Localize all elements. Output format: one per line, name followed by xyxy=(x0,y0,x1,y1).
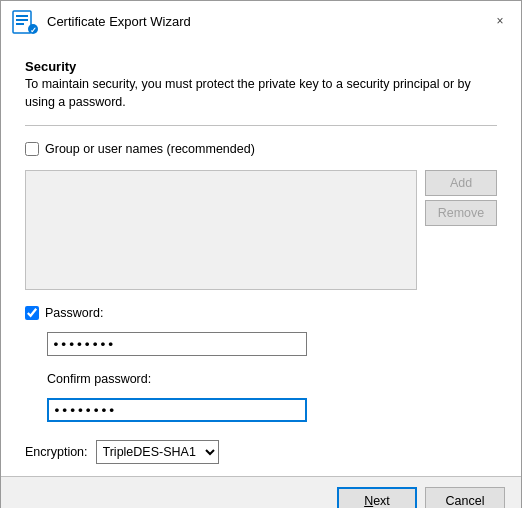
close-button[interactable]: × xyxy=(487,8,513,34)
group-checkbox-row: Group or user names (recommended) xyxy=(25,142,497,156)
security-section: Security To maintain security, you must … xyxy=(25,59,497,111)
wizard-icon-svg: ✓ xyxy=(11,7,39,35)
main-content: Security To maintain security, you must … xyxy=(1,41,521,476)
title-bar: ✓ Certificate Export Wizard × xyxy=(1,1,521,41)
group-checkbox[interactable] xyxy=(25,142,39,156)
title-bar-left: ✓ Certificate Export Wizard xyxy=(11,7,191,35)
confirm-password-input[interactable] xyxy=(47,398,307,422)
password-checkbox-row: Password: xyxy=(25,306,497,320)
svg-rect-3 xyxy=(16,23,24,25)
svg-rect-1 xyxy=(16,15,28,17)
encryption-row: Encryption: TripleDES-SHA1 AES256-SHA256 xyxy=(25,440,497,464)
encryption-label: Encryption: xyxy=(25,445,88,459)
cancel-button[interactable]: Cancel xyxy=(425,487,505,508)
password-label[interactable]: Password: xyxy=(45,306,103,320)
section-title: Security xyxy=(25,59,497,74)
footer: Next Cancel xyxy=(1,476,521,508)
remove-button[interactable]: Remove xyxy=(425,200,497,226)
next-button[interactable]: Next xyxy=(337,487,417,508)
dialog-title: Certificate Export Wizard xyxy=(47,14,191,29)
add-button[interactable]: Add xyxy=(425,170,497,196)
encryption-select[interactable]: TripleDES-SHA1 AES256-SHA256 xyxy=(96,440,219,464)
group-buttons: Add Remove xyxy=(425,170,497,290)
svg-rect-2 xyxy=(16,19,28,21)
divider xyxy=(25,125,497,126)
confirm-password-label: Confirm password: xyxy=(47,372,497,386)
section-description: To maintain security, you must protect t… xyxy=(25,76,497,111)
group-checkbox-label[interactable]: Group or user names (recommended) xyxy=(45,142,255,156)
svg-text:✓: ✓ xyxy=(30,26,37,35)
password-input[interactable] xyxy=(47,332,307,356)
wizard-icon: ✓ xyxy=(11,7,39,35)
certificate-export-wizard-dialog: ✓ Certificate Export Wizard × Security T… xyxy=(0,0,522,508)
group-panel: Add Remove xyxy=(25,170,497,290)
password-checkbox[interactable] xyxy=(25,306,39,320)
group-list xyxy=(25,170,417,290)
